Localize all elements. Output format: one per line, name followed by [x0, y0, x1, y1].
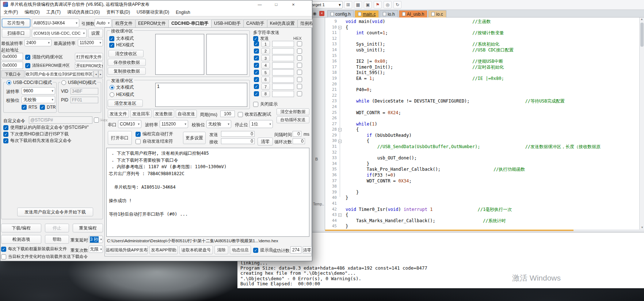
- custom-command-hex-checkbox[interactable]: [94, 117, 99, 123]
- tab-CAN助手[interactable]: CAN助手: [243, 19, 267, 28]
- reload-target-file-checkbox[interactable]: ✓每次下载前都重新装载目标文件: [1, 246, 67, 252]
- clear-all-data-button[interactable]: 清空全部数据: [277, 108, 309, 115]
- fold-marker-icon[interactable]: −: [338, 26, 342, 29]
- interval-input[interactable]: 0: [293, 131, 301, 137]
- max-baud-select[interactable]: 115200▾: [78, 39, 103, 46]
- hid-next-download-checkbox[interactable]: ✓下次使用HID接口进行ISP下载: [3, 131, 69, 137]
- multi-row-hex-checkbox[interactable]: [297, 41, 302, 46]
- minimize-button[interactable]: —: [252, 0, 267, 8]
- multi-row-send-button[interactable]: 2: [261, 48, 270, 54]
- build-icon[interactable]: ▦: [354, 1, 362, 8]
- tab-scroll-right-icon[interactable]: ▸: [98, 70, 103, 78]
- editor-tab-main.c[interactable]: main.c: [355, 10, 379, 18]
- close-button[interactable]: ×: [286, 0, 301, 8]
- auto-open-after-program-checkbox[interactable]: ✓编程完自动打开: [136, 131, 173, 137]
- code-start-address-input[interactable]: 0x0000: [1, 53, 23, 60]
- open-program-file-button[interactable]: 打开程序文件: [75, 53, 103, 61]
- auto-loop-send-button[interactable]: 自动循环发送: [277, 116, 309, 123]
- tab-范例程序[interactable]: 范例程序: [297, 19, 312, 28]
- scrollbar-thumb[interactable]: [640, 23, 644, 47]
- open-eeprom-file-button[interactable]: 打开EEPROM文件: [75, 62, 103, 70]
- rts-checkbox[interactable]: ✓RTS: [22, 105, 37, 110]
- serial-port-select[interactable]: COM10▾: [118, 120, 141, 128]
- debug-icon[interactable]: ↻: [393, 1, 401, 8]
- multi-row-send-button[interactable]: 5: [261, 69, 270, 76]
- bottom-button[interactable]: 动态信息: [230, 246, 251, 254]
- send-enter-button[interactable]: 发送回车: [130, 110, 152, 118]
- pid-input[interactable]: FF01: [71, 97, 98, 103]
- receive-text-area[interactable]: [155, 34, 204, 75]
- stop-bits-select[interactable]: 1位▾: [249, 120, 273, 128]
- multi-row-enable-checkbox[interactable]: ✓: [254, 84, 259, 89]
- open-serial-port-button[interactable]: 打开串口: [108, 131, 132, 145]
- multi-row-send-button[interactable]: 4: [261, 62, 270, 69]
- multi-row-enable-checkbox[interactable]: ✓: [254, 55, 259, 61]
- beep-checkbox[interactable]: ✓提示音: [253, 247, 273, 253]
- multi-row-enable-checkbox[interactable]: ✓: [254, 49, 259, 54]
- multi-row-hex-checkbox[interactable]: [297, 49, 302, 54]
- multi-row-send-button[interactable]: 3: [261, 55, 270, 61]
- menu-item[interactable]: 资料下载(D): [103, 9, 133, 15]
- multi-row-enable-checkbox[interactable]: ✓: [254, 77, 259, 82]
- bottom-button[interactable]: 读取本机硬盘号: [179, 246, 213, 254]
- use-default-command-checkbox[interactable]: ✓使用默认的内部自定义命令"@STCISP#": [3, 124, 89, 131]
- send-file-button[interactable]: 发送文件: [108, 110, 129, 118]
- multi-row-text-input[interactable]: [272, 77, 294, 83]
- editor-tab-io.c[interactable]: io.c: [428, 10, 446, 18]
- autoload-on-change-checkbox[interactable]: 当目标文件变化时自动装载并发送下载命令: [1, 254, 88, 259]
- multi-row-enable-checkbox[interactable]: ✓: [254, 41, 259, 46]
- usb-hid-mode-radio[interactable]: USB(HID)模式: [60, 80, 97, 86]
- fold-marker-icon[interactable]: −: [338, 140, 342, 143]
- chip-model-button[interactable]: 芯片型号: [2, 19, 30, 27]
- menu-item[interactable]: English: [172, 10, 193, 15]
- chip-model-select[interactable]: AI8051U-34K64▾: [32, 19, 79, 27]
- multi-row-text-input[interactable]: [272, 48, 294, 54]
- vid-input[interactable]: 34BF: [71, 88, 98, 94]
- parity-select[interactable]: 无校验▾: [22, 96, 55, 103]
- recv-hex-mode-checkbox[interactable]: ✓HEX模式: [109, 42, 134, 48]
- menu-item[interactable]: 编程(O): [21, 9, 43, 15]
- multi-row-send-button[interactable]: 8: [261, 91, 270, 97]
- tab-USB-HID助手[interactable]: USB-HID助手: [211, 19, 243, 28]
- menu-item[interactable]: USB驱动安装(D): [133, 9, 172, 15]
- period-input[interactable]: 100: [220, 111, 235, 117]
- editor-tab-AI_usb.h[interactable]: AI_usb.h: [399, 10, 427, 18]
- tab-CDC/HID-串口助手[interactable]: CDC/HID-串口助手: [168, 19, 211, 28]
- repeat-count-select[interactable]: 无限▾: [89, 246, 103, 253]
- port-settings-button[interactable]: 设置: [88, 29, 103, 38]
- tab-程序文件[interactable]: 程序文件: [112, 19, 135, 28]
- tab-download-password[interactable]: 下载口令: [1, 70, 24, 78]
- multi-row-text-input[interactable]: [272, 62, 294, 69]
- tab-reset-to-isp[interactable]: 收到用户命令后复位到ISP监控程序区: [25, 70, 93, 78]
- multi-row-text-input[interactable]: [272, 69, 294, 76]
- match-test-checkbox[interactable]: 收发匹配测试: [238, 111, 271, 117]
- clear-send-button[interactable]: 清空发送区: [108, 100, 143, 107]
- repeat-delay-select[interactable]: 3 秒▾: [89, 236, 103, 243]
- multi-row-hex-checkbox[interactable]: [297, 63, 302, 68]
- rebuild-icon[interactable]: ▣: [364, 1, 372, 8]
- serial-parity-select[interactable]: 无校验▾: [206, 120, 231, 128]
- multi-row-send-button[interactable]: 7: [261, 84, 270, 90]
- baud-select[interactable]: 9600▾: [22, 87, 55, 94]
- download-program-button[interactable]: 下载/编程: [1, 224, 41, 232]
- fold-marker-icon[interactable]: −: [338, 128, 342, 131]
- bottom-button[interactable]: 远程现场升级APP发布: [106, 246, 148, 254]
- send-text-mode-radio[interactable]: 文本模式: [108, 84, 135, 90]
- scan-port-button[interactable]: 扫描串口: [2, 29, 30, 38]
- multi-row-text-input[interactable]: [272, 55, 294, 61]
- multi-row-text-input[interactable]: [272, 84, 294, 90]
- dtr-checkbox[interactable]: ✓DTR: [40, 105, 56, 110]
- multi-row-enable-checkbox[interactable]: ✓: [254, 91, 259, 96]
- clear-eeprom-buffer-checkbox[interactable]: ✓清除EEPROM缓冲区: [25, 63, 70, 68]
- loop-count-input[interactable]: 0: [293, 138, 305, 144]
- target-select[interactable]: arget 1 ▾: [310, 1, 343, 8]
- code-editor[interactable]: 9101112131415161718192021222324252627282…: [325, 18, 639, 229]
- copy-receive-button[interactable]: 复制接收数据: [108, 67, 146, 75]
- repeat-program-button[interactable]: 重复编程: [73, 224, 103, 232]
- flash-download-icon[interactable]: ⚑: [374, 1, 382, 8]
- multi-row-hex-checkbox[interactable]: [297, 91, 302, 96]
- tab-Keil仿真设置[interactable]: Keil仿真设置: [267, 19, 297, 28]
- multi-row-hex-checkbox[interactable]: [297, 77, 302, 82]
- scrollbar-down-arrow[interactable]: ▼: [641, 226, 644, 229]
- custom-command-input[interactable]: @STCISP#: [29, 116, 92, 124]
